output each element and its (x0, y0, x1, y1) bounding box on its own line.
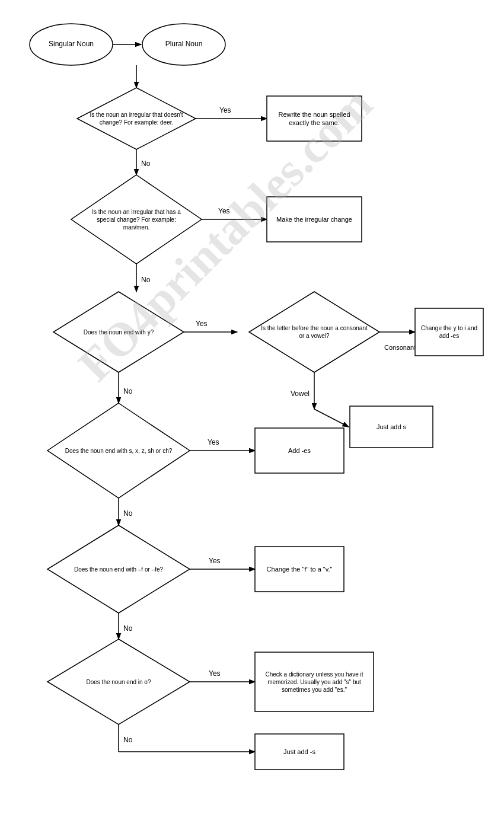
svg-text:No: No (141, 159, 151, 168)
svg-text:Yes: Yes (209, 557, 221, 565)
svg-text:Vowel: Vowel (291, 390, 310, 398)
box4-label: Just add s (350, 406, 433, 448)
box7-label: Check a dictionary unless you have it me… (255, 652, 374, 711)
box2-label: Make the irregular change (267, 197, 362, 242)
svg-text:Consonant: Consonant (384, 344, 416, 351)
page: FO4printables.com Yes No (0, 0, 504, 830)
diamond5-label: Does the noun end with s, x, z, sh or ch… (62, 429, 176, 472)
diamond2-label: Is the noun an irregular that has a spec… (83, 196, 190, 243)
box1-label: Rewrite the noun spelled exactly the sam… (267, 96, 362, 141)
diamond4-label: Is the letter before the noun a consonan… (260, 314, 369, 350)
svg-text:No: No (123, 509, 133, 518)
box6-label: Change the "f" to a "v." (255, 547, 344, 592)
diamond6-label: Does the noun end with –f or –fe? (62, 547, 176, 592)
svg-text:No: No (141, 276, 151, 284)
diamond1-label: Is the noun an irregular that doesn't ch… (86, 100, 187, 138)
svg-text:Yes: Yes (208, 438, 219, 446)
plural-noun-label: Plural Noun (142, 30, 225, 59)
svg-text:Yes: Yes (196, 320, 208, 328)
box8-label: Just add -s (255, 734, 344, 770)
svg-text:Yes: Yes (218, 207, 230, 215)
svg-line-27 (314, 409, 349, 427)
svg-text:No: No (123, 387, 133, 395)
box3-label: Change the y to i and add -es (415, 308, 483, 356)
diamond7-label: Does the noun end in o? (62, 662, 176, 702)
box5-label: Add -es (255, 428, 344, 473)
svg-text:Yes: Yes (209, 669, 221, 678)
svg-text:No: No (123, 624, 133, 633)
singular-noun-label: Singular Noun (30, 30, 113, 59)
diamond3-label: Does the noun end with y? (64, 315, 173, 349)
svg-text:Yes: Yes (219, 106, 231, 114)
svg-text:No: No (123, 736, 133, 744)
